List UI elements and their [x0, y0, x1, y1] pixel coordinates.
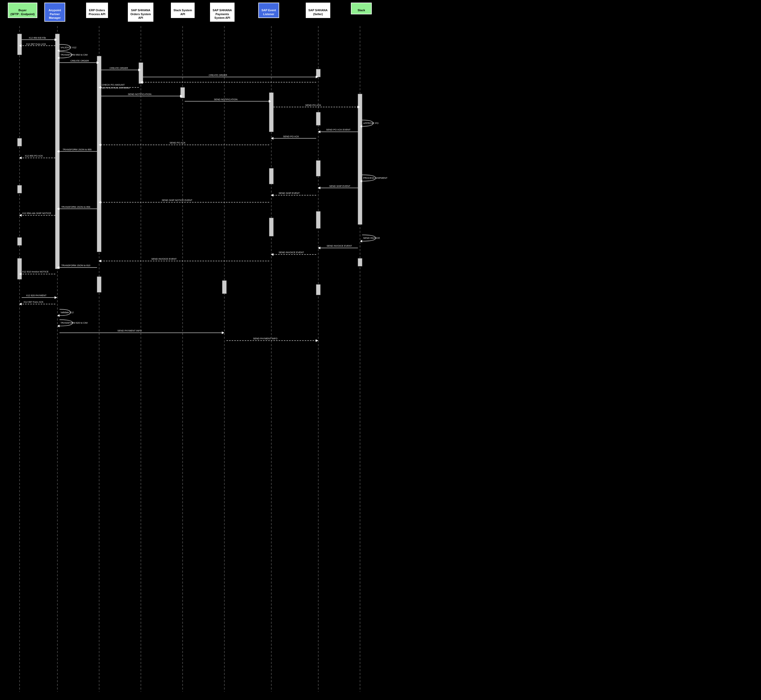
svg-text:X12 810 Invoice NOTICE: X12 810 Invoice NOTICE [22, 270, 48, 273]
svg-text:X12 850 Edi File: X12 850 Edi File [29, 36, 46, 39]
svg-rect-21 [269, 168, 273, 184]
svg-text:VALIDATE X12: VALIDATE X12 [61, 46, 76, 49]
svg-rect-22 [269, 218, 273, 236]
svg-text:SEND SHIP EVENT: SEND SHIP EVENT [279, 192, 300, 194]
svg-rect-20 [269, 93, 273, 132]
participant-sap-seller: SAP S/4HANA (Seller) [306, 3, 330, 18]
svg-text:SEND NOTIFICATION: SEND NOTIFICATION [214, 98, 237, 101]
svg-text:SEND PAYMENT INFO: SEND PAYMENT INFO [117, 330, 142, 332]
svg-text:SEND INVOICE EVENT: SEND INVOICE EVENT [327, 245, 352, 247]
svg-text:TRANSFORM JSON to 856: TRANSFORM JSON to 856 [61, 206, 90, 208]
participant-erp: ERP Orders Process API [86, 3, 108, 18]
participant-box-erp: ERP Orders Process API [86, 3, 108, 18]
svg-rect-24 [316, 112, 320, 125]
svg-rect-15 [97, 56, 101, 252]
svg-rect-10 [17, 138, 22, 146]
svg-marker-98 [360, 240, 362, 242]
svg-text:SEND PO ACK: SEND PO ACK [283, 135, 299, 138]
svg-text:Validate X12: Validate X12 [61, 311, 73, 314]
svg-text:X12 997 Func ACK: X12 997 Func ACK [26, 43, 46, 45]
svg-text:SEND PO ACK: SEND PO ACK [170, 141, 186, 144]
svg-rect-11 [17, 185, 22, 193]
participant-slack-api: Slack System API [171, 3, 195, 18]
svg-marker-116 [55, 296, 57, 299]
svg-text:CREATE ORDER: CREATE ORDER [209, 74, 227, 77]
svg-marker-126 [222, 331, 225, 334]
svg-marker-121 [58, 314, 59, 317]
svg-rect-23 [316, 69, 320, 77]
svg-text:X12 997 Func ACK: X12 997 Func ACK [23, 301, 44, 303]
svg-text:TRANSFORM 850 to CIM: TRANSFORM 850 to CIM [61, 53, 88, 56]
svg-text:TRANSFORM JSON to 855: TRANSFORM JSON to 855 [62, 148, 92, 151]
svg-rect-28 [358, 94, 362, 225]
svg-text:X12 856 Adv SHIP NOTICE: X12 856 Adv SHIP NOTICE [22, 212, 51, 214]
svg-rect-26 [316, 211, 320, 228]
svg-text:TRANSFORM JSON to 810: TRANSFORM JSON to 810 [61, 264, 90, 267]
svg-text:PROCESS SHIPMENT: PROCESS SHIPMENT [363, 177, 388, 179]
participant-box-anypoint: Anypoint Partner Manager [44, 3, 65, 22]
participant-sap-orders: SAP S/4HANA Orders System API [128, 3, 153, 22]
svg-text:APPROVE PO: APPROVE PO [363, 122, 379, 125]
svg-text:CREATE ORDER: CREATE ORDER [70, 59, 89, 62]
svg-rect-29 [358, 258, 362, 266]
svg-rect-17 [139, 62, 143, 83]
participant-box-buyer: Buyer (SFTP : Endpoint) [8, 3, 37, 18]
participant-box-sap-orders: SAP S/4HANA Orders System API [128, 3, 153, 22]
svg-rect-13 [17, 258, 22, 279]
svg-text:X12 855 PO ACK: X12 855 PO ACK [25, 155, 43, 157]
svg-text:TRANSFORM 820 to CIM: TRANSFORM 820 to CIM [61, 322, 88, 324]
diagram-container: X12 850 Edi File VALIDATE X12 X12 997 Fu… [0, 0, 761, 700]
participant-box-slack: Slack [351, 3, 372, 14]
participant-box-slack-api: Slack System API [171, 3, 195, 18]
svg-rect-9 [17, 34, 22, 55]
participant-anypoint: Anypoint Partner Manager [44, 3, 65, 22]
svg-text:SEND SHIP EVENT: SEND SHIP EVENT [329, 185, 350, 188]
svg-marker-123 [58, 325, 59, 327]
participant-slack: Slack [351, 3, 372, 14]
participant-buyer: Buyer (SFTP : Endpoint) [8, 3, 37, 18]
svg-text:NOTIFICATION CRITERIA: NOTIFICATION CRITERIA [102, 87, 129, 89]
svg-rect-19 [222, 281, 226, 294]
svg-rect-16 [97, 277, 101, 292]
svg-rect-25 [316, 161, 320, 176]
svg-text:SEND PO ACK EVENT: SEND PO ACK EVENT [326, 128, 351, 131]
svg-text:CHECK PO AMOUNT: CHECK PO AMOUNT [102, 83, 125, 86]
svg-text:SEND INVOICE: SEND INVOICE [363, 237, 380, 239]
svg-text:SEND INVOICE EVENT: SEND INVOICE EVENT [151, 258, 177, 260]
participant-box-sap-event: SAP Event Listener [258, 3, 279, 18]
svg-text:SEND PAYMENT INFO: SEND PAYMENT INFO [253, 337, 278, 340]
svg-rect-12 [17, 238, 22, 245]
svg-marker-129 [316, 339, 318, 342]
svg-text:SEND PO ACK: SEND PO ACK [305, 104, 321, 106]
svg-text:SEND INVOICE EVENT: SEND INVOICE EVENT [279, 251, 304, 254]
participant-sap-event: SAP Event Listener [258, 3, 279, 18]
participant-box-sap-seller: SAP S/4HANA (Seller) [306, 3, 330, 18]
participant-box-sap-payments: SAP S/4HANA Payments System API [210, 3, 234, 22]
svg-text:X12 820 PAYMENT: X12 820 PAYMENT [26, 294, 47, 297]
svg-rect-27 [316, 284, 320, 295]
svg-text:CREATE ORDER: CREATE ORDER [109, 67, 128, 69]
svg-text:SEND NOTIFICATION: SEND NOTIFICATION [128, 93, 151, 95]
svg-text:SEND SHIP NOTICE EVENT: SEND SHIP NOTICE EVENT [162, 199, 193, 202]
participant-sap-payments: SAP S/4HANA Payments System API [210, 3, 234, 22]
sequence-diagram-svg: X12 850 Edi File VALIDATE X12 X12 997 Fu… [0, 0, 761, 700]
